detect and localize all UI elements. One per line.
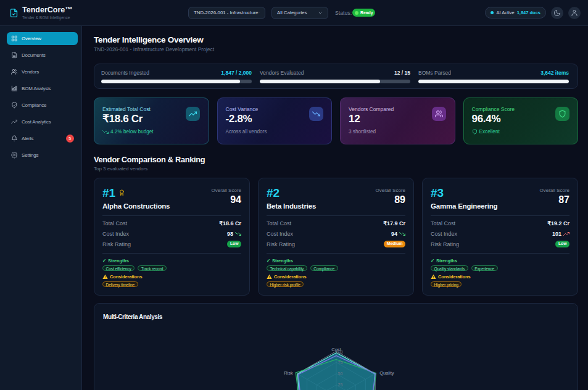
svg-text:50: 50	[337, 371, 342, 375]
svg-text:100: 100	[336, 349, 343, 354]
svg-text:25: 25	[337, 383, 342, 387]
svg-text:75: 75	[337, 360, 342, 364]
svg-text:Risk: Risk	[284, 370, 293, 376]
svg-text:Quality: Quality	[379, 370, 394, 376]
